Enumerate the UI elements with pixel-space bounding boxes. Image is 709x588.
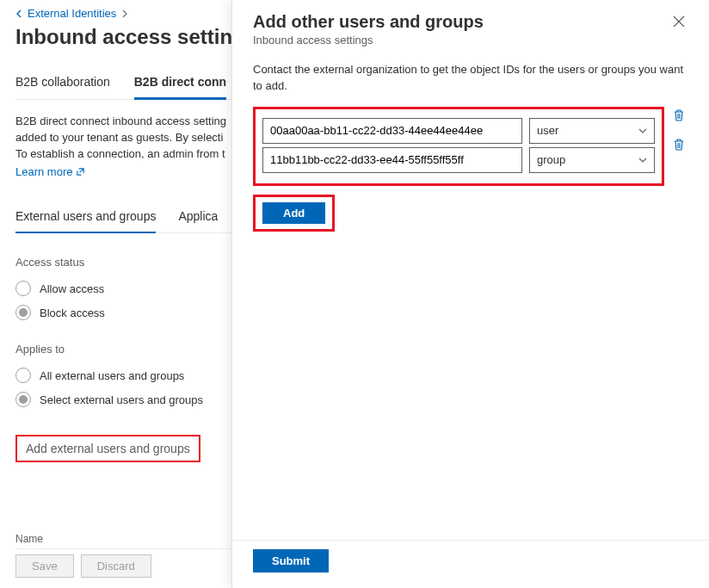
entry-row: user [262,118,655,144]
add-users-groups-panel: Add other users and groups Inbound acces… [231,0,709,588]
close-icon [673,15,685,28]
learn-more-link[interactable]: Learn more [15,164,85,181]
rows-highlight: user group [253,107,664,186]
radio-icon [15,281,31,296]
add-button-highlight: Add [253,195,335,232]
tab-b2b-direct-connect[interactable]: B2B direct conn [134,68,226,100]
panel-subtitle: Inbound access settings [253,34,484,46]
add-external-users-groups-link[interactable]: Add external users and groups [15,435,200,462]
type-select[interactable]: user [529,118,655,144]
chevron-left-icon [15,9,22,18]
breadcrumb-parent-link[interactable]: External Identities [28,7,116,20]
delete-row-button[interactable] [669,134,688,155]
object-id-input[interactable] [262,118,522,144]
panel-footer: Submit [232,540,709,588]
radio-label: Allow access [40,282,104,295]
panel-description: Contact the external organization to get… [253,62,688,95]
desc-line: added to your tenant as guests. By selec… [15,131,223,144]
close-button[interactable] [669,12,688,31]
type-select[interactable]: group [529,147,655,173]
select-value: user [537,124,558,137]
external-link-icon [76,167,85,176]
subtab-external-users-groups[interactable]: External users and groups [15,204,156,233]
tab-b2b-collaboration[interactable]: B2B collaboration [15,68,110,99]
entry-row: group [262,147,655,173]
subtab-applications[interactable]: Applica [178,204,218,232]
chevron-down-icon [638,158,647,163]
add-button[interactable]: Add [262,202,325,224]
submit-button[interactable]: Submit [253,549,329,573]
radio-label: All external users and groups [40,369,184,382]
radio-label: Select external users and groups [40,393,203,406]
select-value: group [537,153,565,166]
delete-row-button[interactable] [669,105,688,126]
chevron-right-icon [121,9,128,18]
desc-line: B2B direct connect inbound access settin… [15,115,226,127]
radio-icon [15,368,31,383]
radio-icon [15,392,31,407]
trash-icon [673,108,685,122]
learn-more-label: Learn more [15,164,72,181]
object-id-input[interactable] [262,147,522,173]
discard-button[interactable]: Discard [81,554,151,578]
save-button[interactable]: Save [15,554,74,578]
radio-icon [15,305,31,320]
panel-title: Add other users and groups [253,12,484,32]
radio-label: Block access [40,306,105,319]
desc-line: To establish a connection, an admin from… [15,147,225,160]
trash-icon [673,138,685,152]
chevron-down-icon [638,128,647,133]
